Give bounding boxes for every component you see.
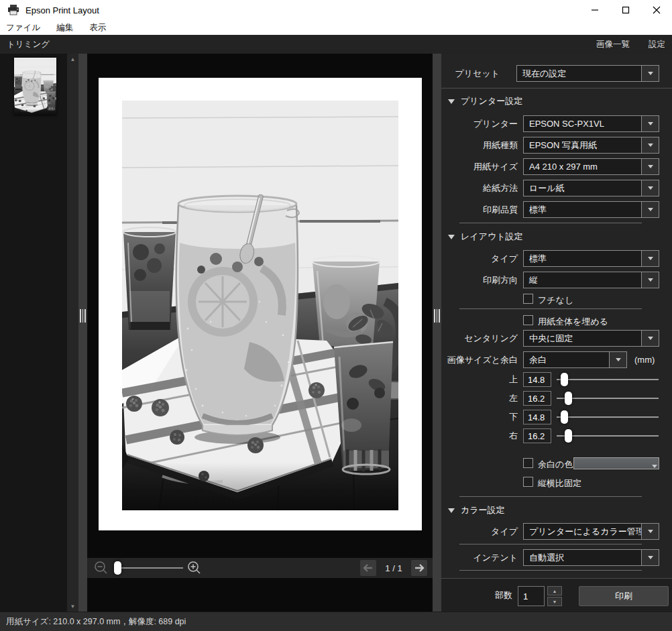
spinner-up-icon[interactable]: ▲	[547, 586, 562, 595]
close-button[interactable]	[641, 0, 672, 20]
zoom-in-button[interactable]	[187, 561, 202, 575]
image-thumbnail[interactable]	[14, 58, 56, 115]
paper-source-label: 給紙方法	[441, 180, 518, 196]
chevron-down-icon	[648, 278, 653, 282]
zoom-slider-thumb[interactable]	[114, 561, 121, 575]
chevron-down-icon	[616, 358, 621, 361]
chevron-down-icon	[648, 165, 653, 168]
margin-color-swatch[interactable]	[573, 457, 659, 469]
photo-preview[interactable]	[122, 101, 398, 510]
print-button[interactable]: 印刷	[579, 586, 669, 606]
scroll-up-icon[interactable]: ▲	[67, 54, 78, 64]
margin-left-slider[interactable]	[557, 391, 659, 406]
grip-icon	[434, 309, 440, 323]
slider-thumb[interactable]	[561, 373, 568, 386]
margin-bottom-label: 下	[441, 410, 518, 424]
margin-right-input[interactable]	[523, 428, 551, 443]
trimming-button[interactable]: トリミング	[0, 39, 50, 50]
maximize-button[interactable]	[610, 0, 641, 20]
triangle-down-icon	[448, 508, 455, 513]
size-margin-label: 画像サイズと余白	[441, 351, 518, 368]
margin-left-input[interactable]	[523, 391, 551, 406]
media-type-dropdown[interactable]: EPSON 写真用紙	[523, 137, 659, 154]
paper-source-dropdown[interactable]: ロール紙	[523, 180, 659, 196]
margin-right-slider[interactable]	[557, 428, 659, 443]
layout-type-label: タイプ	[441, 250, 518, 267]
print-action-bar: 部数 ▲ ▼ 印刷	[441, 578, 672, 612]
app-window: Epson Print Layout ファイル 編集 表示 トリミング 画像一覧…	[0, 0, 672, 631]
centering-label: センタリング	[441, 330, 518, 347]
zoom-slider-track[interactable]	[114, 567, 183, 569]
image-list-button[interactable]: 画像一覧	[596, 39, 630, 50]
page-indicator: 1 / 1	[382, 563, 406, 573]
next-page-button[interactable]	[411, 560, 427, 576]
menu-edit[interactable]: 編集	[48, 20, 81, 35]
section-color-settings[interactable]: カラー設定	[448, 504, 505, 516]
scroll-down-icon[interactable]: ▼	[67, 601, 78, 612]
divider	[459, 570, 642, 571]
triangle-down-icon	[448, 99, 455, 104]
borderless-checkbox[interactable]	[523, 294, 533, 304]
title-bar: Epson Print Layout	[0, 0, 672, 20]
centering-dropdown[interactable]: 中央に固定	[523, 330, 659, 347]
copies-input[interactable]	[518, 586, 545, 606]
chevron-down-icon	[648, 337, 653, 340]
previous-page-button[interactable]	[360, 560, 376, 576]
margin-right-label: 右	[441, 428, 518, 443]
slider-thumb[interactable]	[565, 429, 572, 443]
status-bar: 用紙サイズ: 210.0 x 297.0 mm，解像度: 689 dpi	[0, 612, 672, 631]
slider-thumb[interactable]	[561, 410, 568, 424]
paper-size-label: 用紙サイズ	[441, 158, 518, 175]
print-quality-dropdown[interactable]: 標準	[523, 201, 659, 218]
section-printer-settings[interactable]: プリンター設定	[448, 95, 522, 107]
fill-paper-checkbox[interactable]	[523, 315, 533, 325]
aspect-lock-checkbox[interactable]	[523, 477, 533, 487]
right-splitter-handle[interactable]	[433, 54, 441, 612]
paper-size-dropdown[interactable]: A4 210 x 297 mm	[523, 158, 659, 175]
margin-color-label: 余白の色	[538, 459, 573, 471]
menu-view[interactable]: 表示	[81, 20, 114, 35]
arrow-left-icon	[363, 563, 374, 573]
borderless-label: フチなし	[538, 294, 573, 306]
preview-controls-bar: 1 / 1	[87, 558, 433, 578]
printer-dropdown[interactable]: EPSON SC-PX1VL	[523, 115, 659, 132]
margin-bottom-slider[interactable]	[557, 410, 659, 424]
sidebar-scrollbar[interactable]: ▲ ▼	[67, 54, 78, 612]
orientation-dropdown[interactable]: 縦	[523, 272, 659, 288]
close-icon	[653, 6, 661, 14]
intent-dropdown[interactable]: 自動選択	[523, 549, 659, 566]
zoom-out-button[interactable]	[94, 561, 109, 575]
content-area: ▲ ▼	[0, 54, 672, 612]
paper-preview[interactable]	[99, 78, 422, 530]
top-toolbar: トリミング 画像一覧 設定	[0, 35, 672, 54]
zoom-slider[interactable]	[114, 561, 183, 575]
minimize-button[interactable]	[579, 0, 610, 20]
print-preview-area: 1 / 1	[87, 54, 433, 612]
chevron-down-icon	[648, 556, 653, 559]
spinner-down-icon[interactable]: ▼	[547, 597, 562, 606]
menu-file[interactable]: ファイル	[0, 20, 48, 35]
layout-type-dropdown[interactable]: 標準	[523, 250, 659, 267]
slider-thumb[interactable]	[565, 392, 572, 405]
size-margin-dropdown[interactable]: 余白	[523, 351, 627, 368]
chevron-down-icon	[648, 144, 653, 147]
margin-bottom-input[interactable]	[523, 410, 551, 424]
thumbnail-sidebar	[0, 54, 67, 612]
copies-label: 部数	[441, 590, 512, 601]
color-type-label: タイプ	[441, 523, 518, 540]
section-layout-settings[interactable]: レイアウト設定	[448, 231, 523, 243]
left-splitter-handle[interactable]	[78, 54, 87, 612]
minimize-icon	[591, 6, 599, 14]
margin-color-checkbox[interactable]	[523, 458, 533, 468]
margin-left-label: 左	[441, 391, 518, 406]
margin-top-input[interactable]	[523, 372, 551, 387]
chevron-down-icon	[652, 465, 657, 468]
preset-dropdown[interactable]: 現在の設定	[516, 65, 659, 82]
color-type-dropdown[interactable]: プリンターによるカラー管理	[523, 523, 659, 540]
margin-unit-label: (mm)	[634, 355, 655, 365]
divider	[459, 308, 642, 309]
chevron-down-icon	[648, 72, 653, 75]
arrow-right-icon	[414, 563, 425, 573]
settings-button[interactable]: 設定	[649, 39, 665, 50]
margin-top-slider[interactable]	[557, 372, 659, 387]
